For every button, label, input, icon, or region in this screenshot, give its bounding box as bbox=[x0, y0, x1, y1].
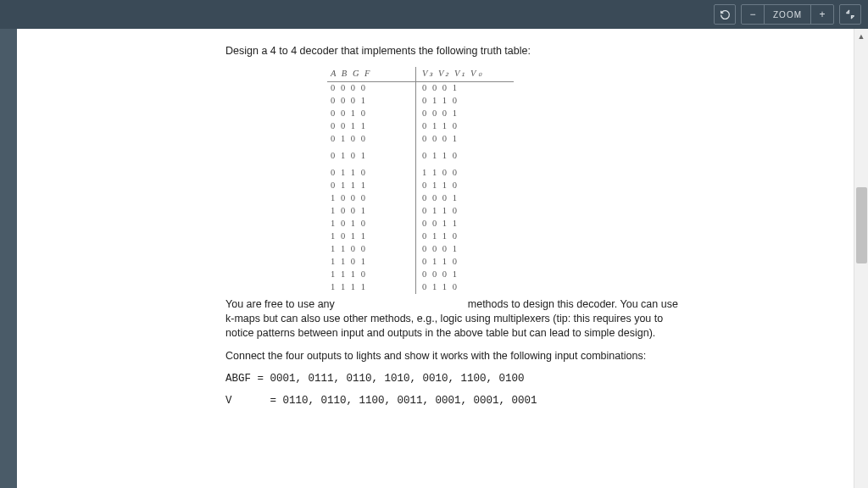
scroll-thumb[interactable] bbox=[856, 187, 867, 263]
table-row: 0 0 0 10 1 1 0 bbox=[327, 95, 514, 108]
table-row: 1 0 1 00 0 1 1 bbox=[327, 218, 514, 230]
row-inputs: 1 1 0 1 bbox=[327, 256, 412, 268]
para2-lead: You are free to use any bbox=[225, 298, 335, 310]
table-row: 1 1 0 00 0 0 1 bbox=[327, 243, 514, 256]
row-outputs: 0 1 1 0 bbox=[412, 150, 497, 162]
row-inputs: 0 1 0 1 bbox=[327, 150, 412, 162]
table-row: 0 1 1 01 1 0 0 bbox=[327, 167, 514, 180]
row-inputs: 1 0 0 1 bbox=[327, 205, 412, 217]
row-outputs: 0 1 1 0 bbox=[412, 120, 497, 132]
row-inputs: 1 0 1 0 bbox=[327, 218, 412, 230]
table-row: 1 1 1 00 0 0 1 bbox=[327, 269, 514, 281]
row-outputs: 0 1 1 0 bbox=[412, 230, 497, 242]
v-values: V = 0110, 0110, 1100, 0011, 0001, 0001, … bbox=[225, 394, 687, 408]
row-outputs: 1 1 0 0 bbox=[412, 167, 497, 179]
row-inputs: 1 0 0 0 bbox=[327, 192, 412, 204]
row-outputs: 0 0 0 1 bbox=[412, 108, 497, 119]
collapse-icon bbox=[845, 9, 855, 19]
viewer-toolbar: − ZOOM + bbox=[0, 0, 868, 29]
table-row: 0 1 0 10 1 1 0 bbox=[327, 150, 514, 163]
vertical-scrollbar[interactable]: ▲ bbox=[854, 29, 868, 488]
row-inputs: 0 0 0 1 bbox=[327, 95, 412, 107]
plus-icon: + bbox=[819, 8, 825, 20]
row-inputs: 0 1 1 0 bbox=[327, 167, 412, 179]
table-row: 1 1 1 10 1 1 0 bbox=[327, 281, 514, 294]
row-inputs: 0 0 1 0 bbox=[327, 108, 412, 119]
table-vertical-divider bbox=[415, 67, 416, 294]
row-inputs: 0 1 0 0 bbox=[327, 133, 412, 145]
row-outputs: 0 1 1 0 bbox=[412, 180, 497, 191]
row-outputs: 0 0 0 1 bbox=[412, 243, 497, 255]
row-outputs: 0 1 1 0 bbox=[412, 95, 497, 107]
row-inputs: 0 0 1 1 bbox=[327, 120, 412, 132]
table-row: 0 1 1 10 1 1 0 bbox=[327, 180, 514, 192]
problem-statement: Design a 4 to 4 decoder that implements … bbox=[225, 44, 687, 58]
header-outputs: V₃ V₂ V₁ V₀ bbox=[412, 68, 497, 80]
document-content: Design a 4 to 4 decoder that implements … bbox=[17, 29, 687, 408]
table-row: 0 0 1 10 1 1 0 bbox=[327, 120, 514, 133]
row-inputs: 0 0 0 0 bbox=[327, 82, 412, 94]
zoom-control: − ZOOM + bbox=[741, 4, 834, 25]
scroll-up-button[interactable]: ▲ bbox=[854, 29, 869, 43]
table-row: 1 0 0 10 1 1 0 bbox=[327, 205, 514, 218]
row-outputs: 0 0 0 1 bbox=[412, 82, 497, 94]
zoom-out-button[interactable]: − bbox=[742, 5, 764, 24]
document-page: Design a 4 to 4 decoder that implements … bbox=[17, 29, 854, 488]
header-inputs: A B G F bbox=[327, 68, 412, 80]
table-row: 1 1 0 10 1 1 0 bbox=[327, 256, 514, 269]
table-row: 0 0 1 00 0 0 1 bbox=[327, 108, 514, 120]
zoom-in-button[interactable]: + bbox=[811, 5, 833, 24]
table-header: A B G F V₃ V₂ V₁ V₀ bbox=[327, 67, 514, 82]
row-inputs: 1 1 1 0 bbox=[327, 269, 412, 280]
scroll-track[interactable] bbox=[854, 43, 869, 488]
row-outputs: 0 0 0 1 bbox=[412, 192, 497, 204]
page-gutter bbox=[0, 29, 17, 488]
table-row: 0 0 0 00 0 0 1 bbox=[327, 82, 514, 95]
zoom-label[interactable]: ZOOM bbox=[764, 5, 811, 24]
row-outputs: 0 1 1 0 bbox=[412, 205, 497, 217]
row-outputs: 0 0 0 1 bbox=[412, 133, 497, 145]
row-inputs: 0 1 1 1 bbox=[327, 180, 412, 191]
row-outputs: 0 1 1 0 bbox=[412, 281, 497, 293]
table-row: 1 0 1 10 1 1 0 bbox=[327, 230, 514, 243]
truth-table: A B G F V₃ V₂ V₁ V₀ 0 0 0 00 0 0 10 0 0 … bbox=[327, 67, 514, 294]
collapse-button[interactable] bbox=[839, 4, 861, 25]
reload-button[interactable] bbox=[714, 4, 736, 25]
table-row: 1 0 0 00 0 0 1 bbox=[327, 192, 514, 205]
row-inputs: 1 0 1 1 bbox=[327, 230, 412, 242]
abgf-values: ABGF = 0001, 0111, 0110, 1010, 0010, 110… bbox=[225, 372, 687, 386]
row-outputs: 0 0 0 1 bbox=[412, 269, 497, 280]
row-inputs: 1 1 1 1 bbox=[327, 281, 412, 293]
design-freedom-paragraph: You are free to use any methods to desig… bbox=[225, 297, 687, 341]
connect-outputs-paragraph: Connect the four outputs to lights and s… bbox=[225, 349, 687, 363]
table-row: 0 1 0 00 0 0 1 bbox=[327, 133, 514, 146]
row-outputs: 0 0 1 1 bbox=[412, 218, 497, 230]
row-inputs: 1 1 0 0 bbox=[327, 243, 412, 255]
reload-icon bbox=[720, 9, 731, 20]
row-outputs: 0 1 1 0 bbox=[412, 256, 497, 268]
table-body: 0 0 0 00 0 0 10 0 0 10 1 1 00 0 1 00 0 0… bbox=[327, 82, 514, 294]
document-viewport: Design a 4 to 4 decoder that implements … bbox=[0, 29, 868, 488]
minus-icon: − bbox=[749, 8, 755, 20]
